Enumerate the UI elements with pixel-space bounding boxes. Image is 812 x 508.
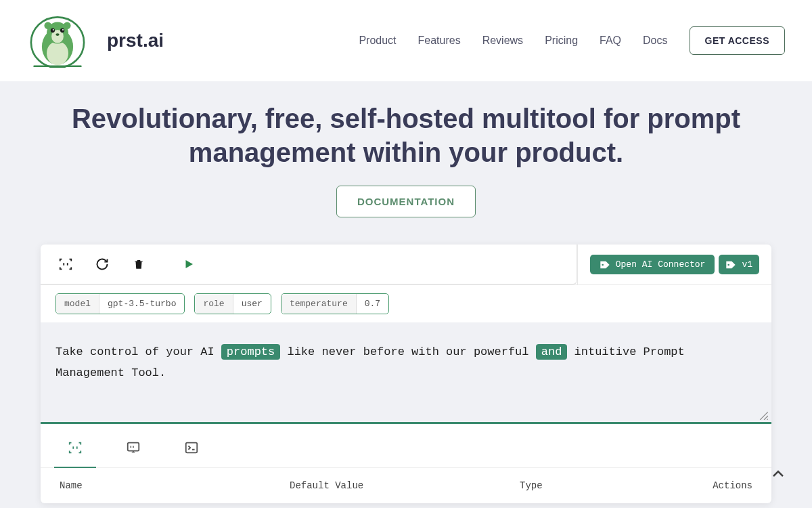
variables-table-header: Name Default Value Type Actions (41, 468, 771, 503)
svg-point-9 (55, 33, 59, 36)
nav-docs[interactable]: Docs (643, 35, 667, 47)
brand-name: prst.ai (107, 30, 164, 51)
hero: Revolutionary, free, self-hosted multito… (0, 81, 812, 231)
svg-rect-16 (186, 443, 198, 453)
svg-point-2 (47, 41, 68, 66)
resize-handle-icon[interactable] (759, 411, 769, 421)
tab-console[interactable] (176, 435, 207, 467)
param-value: user (233, 294, 271, 314)
comment-icon (126, 440, 141, 455)
th-actions: Actions (685, 480, 752, 491)
editor-text: Take control of your AI (55, 345, 221, 358)
param-key: model (56, 294, 99, 314)
param-role[interactable]: role user (194, 293, 271, 314)
nav-product[interactable]: Product (359, 35, 396, 47)
th-type: Type (520, 480, 685, 491)
trash-icon[interactable] (130, 255, 148, 273)
param-value: gpt-3.5-turbo (99, 294, 184, 314)
svg-point-13 (602, 263, 604, 266)
param-key: temperature (281, 294, 357, 314)
site-header: prst.ai Product Features Reviews Pricing… (0, 0, 812, 81)
svg-rect-12 (33, 65, 81, 67)
chevron-up-icon (770, 466, 786, 482)
tab-comments[interactable] (118, 435, 149, 467)
terminal-icon (184, 440, 199, 455)
main-nav: Product Features Reviews Pricing FAQ Doc… (359, 26, 785, 55)
scan-variable-icon (68, 440, 83, 455)
nav-faq[interactable]: FAQ (600, 35, 621, 47)
connector-label: Open AI Connector (616, 259, 706, 270)
toolbar-right: Open AI Connector v1 (577, 245, 771, 284)
scroll-to-top-button[interactable] (765, 461, 792, 488)
variable-token[interactable]: and (536, 344, 568, 360)
param-key: role (195, 294, 233, 314)
version-label: v1 (742, 259, 752, 270)
svg-point-10 (44, 22, 51, 29)
prompt-editor[interactable]: Take control of your AI prompts like nev… (41, 322, 771, 424)
svg-point-6 (60, 28, 64, 33)
tabs (41, 424, 771, 468)
toolbar: Open AI Connector v1 (41, 245, 771, 285)
param-temperature[interactable]: temperature 0.7 (281, 293, 389, 314)
toolbar-left (41, 245, 577, 284)
nav-reviews[interactable]: Reviews (482, 35, 523, 47)
editor-text: like never before with our powerful (280, 345, 535, 358)
play-icon[interactable] (180, 255, 198, 273)
param-value: 0.7 (357, 294, 388, 314)
svg-point-11 (64, 22, 71, 29)
nav-pricing[interactable]: Pricing (545, 35, 578, 47)
svg-point-8 (62, 29, 64, 30)
tag-icon (600, 260, 610, 270)
refresh-icon[interactable] (93, 255, 111, 273)
logo-prairie-dog (27, 14, 88, 68)
brand: prst.ai (27, 14, 164, 68)
svg-point-5 (51, 28, 55, 33)
scan-variable-icon[interactable] (57, 255, 74, 273)
hero-headline: Revolutionary, free, self-hosted multito… (54, 102, 758, 169)
th-name: Name (60, 480, 290, 491)
tag-icon (725, 260, 736, 270)
th-default: Default Value (290, 480, 520, 491)
app-panel: Open AI Connector v1 model gpt-3.5-turbo… (41, 245, 771, 503)
svg-point-7 (53, 29, 54, 30)
tab-variables[interactable] (60, 435, 91, 467)
version-badge[interactable]: v1 (719, 255, 759, 274)
connector-badge[interactable]: Open AI Connector (590, 255, 715, 274)
params-row: model gpt-3.5-turbo role user temperatur… (41, 285, 771, 322)
param-model[interactable]: model gpt-3.5-turbo (55, 293, 185, 314)
svg-point-14 (728, 263, 730, 266)
nav-features[interactable]: Features (418, 35, 461, 47)
variable-token[interactable]: prompts (221, 344, 280, 360)
get-access-button[interactable]: GET ACCESS (690, 26, 786, 55)
documentation-button[interactable]: DOCUMENTATION (336, 186, 476, 217)
